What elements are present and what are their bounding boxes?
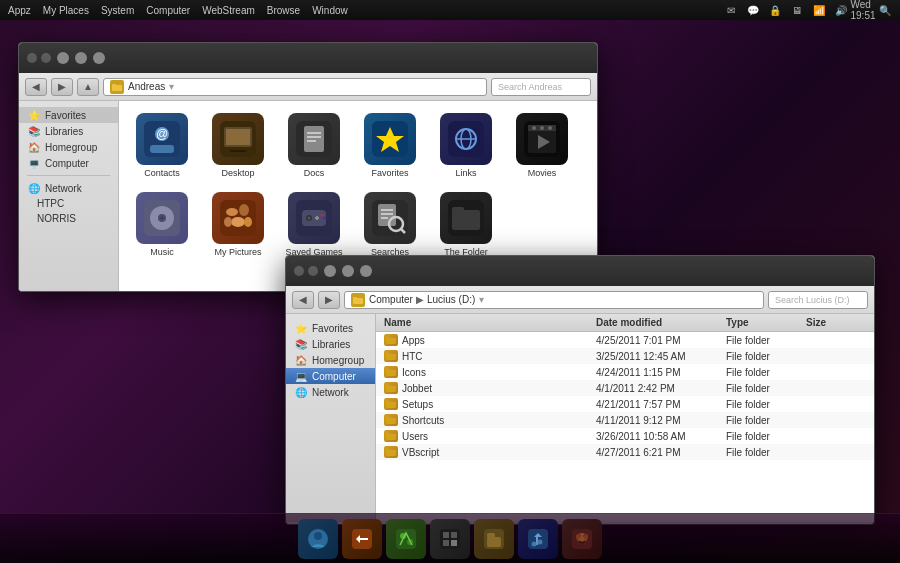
- sidebar2-label-libraries: Libraries: [312, 339, 350, 350]
- favorites-folder-icon: [364, 113, 416, 165]
- file-row[interactable]: Setups 4/21/2011 7:57 PM File folder: [376, 396, 874, 412]
- address-folder-icon: [110, 80, 124, 94]
- file-row[interactable]: HTC 3/25/2011 12:45 AM File folder: [376, 348, 874, 364]
- svg-rect-12: [304, 126, 324, 152]
- movies-label: Movies: [528, 168, 557, 178]
- back-button-2[interactable]: ◀: [292, 291, 314, 309]
- search-box-2[interactable]: Search Lucius (D:): [768, 291, 868, 309]
- forward-button-2[interactable]: ▶: [318, 291, 340, 309]
- svg-point-34: [226, 208, 238, 216]
- folder-contacts[interactable]: @ Contacts: [127, 109, 197, 182]
- up-button[interactable]: ▲: [77, 78, 99, 96]
- folder-searches[interactable]: Searches: [355, 188, 425, 261]
- window-controls: [27, 53, 51, 63]
- taskbar-webstream[interactable]: WebStream: [202, 5, 255, 16]
- svg-rect-5: [150, 145, 174, 153]
- folder-desktop[interactable]: Desktop: [203, 109, 273, 182]
- taskbar-myplaces[interactable]: My Places: [43, 5, 89, 16]
- sidebar-item-htpc[interactable]: HTPC: [19, 196, 118, 211]
- file-folder-icon: [384, 430, 398, 442]
- address-bar[interactable]: Andreas ▾: [103, 78, 487, 96]
- address-sep1: ▶: [416, 294, 424, 305]
- contacts-label: Contacts: [144, 168, 180, 178]
- file-row[interactable]: Users 3/26/2011 10:58 AM File folder: [376, 428, 874, 444]
- file-folder-icon: [384, 414, 398, 426]
- forward-button[interactable]: ▶: [51, 78, 73, 96]
- taskbar-computer[interactable]: Computer: [146, 5, 190, 16]
- dot-w2-2: [308, 266, 318, 276]
- file-name: Shortcuts: [402, 415, 444, 426]
- file-row[interactable]: Shortcuts 4/11/2011 9:12 PM File folder: [376, 412, 874, 428]
- file-folder-icon: [384, 398, 398, 410]
- search-box-1[interactable]: Search Andreas: [491, 78, 591, 96]
- sidebar2-item-libraries[interactable]: 📚 Libraries: [286, 336, 375, 352]
- svg-point-32: [161, 217, 164, 220]
- svg-rect-68: [386, 401, 390, 403]
- dock-item-6[interactable]: [518, 519, 558, 559]
- folder-links[interactable]: Links: [431, 109, 501, 182]
- dock-item-1[interactable]: [298, 519, 338, 559]
- sidebar-item-homegroup[interactable]: 🏠 Homegroup: [19, 139, 118, 155]
- svg-rect-55: [452, 210, 480, 230]
- dock-item-3[interactable]: [386, 519, 426, 559]
- favorites-icon: ⭐: [27, 109, 41, 121]
- dock-item-2[interactable]: [342, 519, 382, 559]
- svg-point-97: [584, 534, 588, 540]
- close-button[interactable]: [57, 52, 69, 64]
- file-type: File folder: [726, 335, 806, 346]
- folder-savedgames[interactable]: Saved Games: [279, 188, 349, 261]
- back-button[interactable]: ◀: [25, 78, 47, 96]
- sidebar2-item-favorites[interactable]: ⭐ Favorites: [286, 320, 375, 336]
- folder-thefolder[interactable]: The Folder: [431, 188, 501, 261]
- sidebar-item-favorites[interactable]: ⭐ Favorites: [19, 107, 118, 123]
- minimize-button[interactable]: [75, 52, 87, 64]
- file-row[interactable]: Icons 4/24/2011 1:15 PM File folder: [376, 364, 874, 380]
- sidebar-item-libraries[interactable]: 📚 Libraries: [19, 123, 118, 139]
- maximize-button[interactable]: [93, 52, 105, 64]
- dock-item-5[interactable]: [474, 519, 514, 559]
- close-button-2[interactable]: [324, 265, 336, 277]
- sidebar-item-network[interactable]: 🌐 Network: [19, 180, 118, 196]
- taskbar-browse[interactable]: Browse: [267, 5, 300, 16]
- sidebar-item-computer[interactable]: 💻 Computer: [19, 155, 118, 171]
- dock-item-4[interactable]: [430, 519, 470, 559]
- sidebar2-label-network: Network: [312, 387, 349, 398]
- svg-point-26: [540, 126, 544, 130]
- window2-content: ⭐ Favorites 📚 Libraries 🏠 Homegroup 💻 Co…: [286, 314, 874, 522]
- maximize-button-2[interactable]: [360, 265, 372, 277]
- lock-icon: 🔒: [768, 5, 782, 15]
- links-label: Links: [455, 168, 476, 178]
- sidebar2-item-network[interactable]: 🌐 Network: [286, 384, 375, 400]
- sidebar2-item-computer[interactable]: 💻 Computer: [286, 368, 375, 384]
- address-arrow: ▾: [169, 81, 174, 92]
- links-icon: [440, 113, 492, 165]
- folder-docs[interactable]: Docs: [279, 109, 349, 182]
- taskbar-appz[interactable]: Appz: [8, 5, 31, 16]
- sidebar2-label-computer: Computer: [312, 371, 356, 382]
- dock-item-7[interactable]: [562, 519, 602, 559]
- search-icon[interactable]: 🔍: [878, 5, 892, 15]
- file-row[interactable]: Apps 4/25/2011 7:01 PM File folder: [376, 332, 874, 348]
- sidebar2-item-homegroup[interactable]: 🏠 Homegroup: [286, 352, 375, 368]
- svg-rect-44: [315, 217, 319, 219]
- folder-favorites[interactable]: Favorites: [355, 109, 425, 182]
- folder-pictures[interactable]: My Pictures: [203, 188, 273, 261]
- sidebar-label-computer: Computer: [45, 158, 89, 169]
- svg-rect-40: [302, 210, 326, 226]
- svg-rect-66: [386, 385, 390, 387]
- header-name[interactable]: Name: [384, 317, 596, 328]
- minimize-button-2[interactable]: [342, 265, 354, 277]
- header-type[interactable]: Type: [726, 317, 806, 328]
- sidebar-item-norris[interactable]: NORRIS: [19, 211, 118, 226]
- header-date[interactable]: Date modified: [596, 317, 726, 328]
- address-bar-2[interactable]: Computer ▶ Lucius (D:) ▾: [344, 291, 764, 309]
- folder-movies[interactable]: Movies: [507, 109, 577, 182]
- taskbar-window[interactable]: Window: [312, 5, 348, 16]
- file-row[interactable]: Jobbet 4/1/2011 2:42 PM File folder: [376, 380, 874, 396]
- svg-point-46: [324, 217, 327, 220]
- header-size[interactable]: Size: [806, 317, 866, 328]
- file-row[interactable]: VBscript 4/27/2011 6:21 PM File folder: [376, 444, 874, 460]
- folder-music[interactable]: Music: [127, 188, 197, 261]
- toolbar-andreas: ◀ ▶ ▲ Andreas ▾ Search Andreas: [19, 73, 597, 101]
- taskbar-system[interactable]: System: [101, 5, 134, 16]
